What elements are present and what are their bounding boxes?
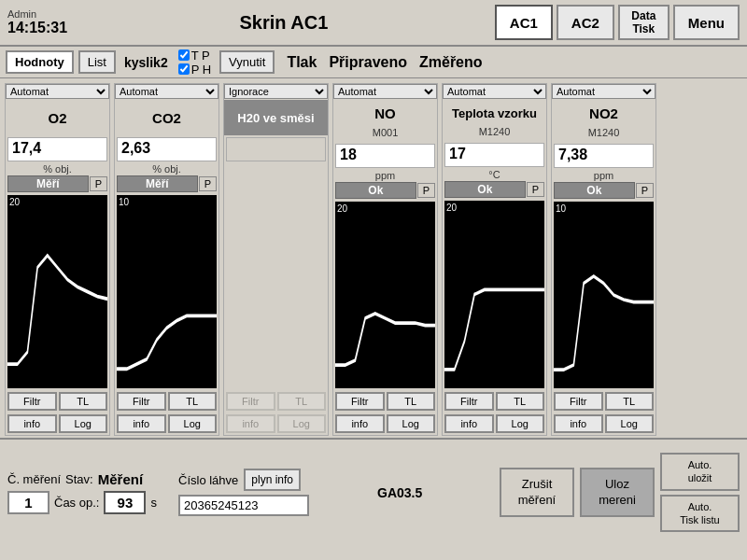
h2o-select[interactable]: Ignorace <box>224 84 328 99</box>
zrusit-button[interactable]: Zrušit měření <box>500 468 574 518</box>
o2-unit: % obj. <box>6 163 109 175</box>
o2-value: 17,4 <box>7 137 107 161</box>
no2-graph: 10 <box>554 202 654 388</box>
co2-select[interactable]: Automat <box>115 84 218 99</box>
h2o-name: H20 ve směsi <box>224 100 328 135</box>
check-tp[interactable] <box>178 49 190 61</box>
casop-label: Čas op.: <box>54 496 99 510</box>
check-ph[interactable] <box>178 63 190 75</box>
no-filtr-button[interactable]: Filtr <box>335 392 385 411</box>
no2-info-button[interactable]: info <box>554 414 603 433</box>
datatisk-button[interactable]: Data Tisk <box>618 5 669 40</box>
co2-graph: 10 <box>117 195 217 388</box>
no-status: Ok <box>335 182 416 199</box>
teplota-p-button[interactable]: P <box>527 182 544 197</box>
checkboxes: T P P H <box>178 49 211 77</box>
clock: 14:15:31 <box>7 20 73 36</box>
no-model: M001 <box>333 127 437 142</box>
teplota-select[interactable]: Automat <box>443 84 546 99</box>
no2-name: NO2 <box>552 100 655 127</box>
no2-filtr-button[interactable]: Filtr <box>554 392 603 411</box>
no-name: NO <box>333 100 437 127</box>
admin-label: Admin <box>7 8 73 20</box>
auto-ulozit-button[interactable]: Auto. uložit <box>660 453 740 491</box>
casop-input[interactable] <box>104 491 146 514</box>
no2-model: M1240 <box>552 127 655 142</box>
co2-unit: % obj. <box>115 163 218 175</box>
teplota-value: 17 <box>444 143 544 167</box>
co2-info-button[interactable]: info <box>117 414 166 433</box>
no-log-button[interactable]: Log <box>387 414 436 433</box>
stav-label: Stav: <box>65 472 93 486</box>
no2-value: 7,38 <box>554 144 654 168</box>
profile-name: kyslik2 <box>124 55 168 70</box>
channel-co2: Automat CO2 2,63 % obj. Měří P 10 Filtr … <box>114 83 219 436</box>
o2-status: Měří <box>7 175 89 192</box>
plyn-info-button[interactable]: plyn info <box>244 469 301 491</box>
no-p-button[interactable]: P <box>417 183 435 198</box>
no-select[interactable]: Automat <box>333 84 437 99</box>
co2-status: Měří <box>117 175 198 192</box>
no-unit: ppm <box>333 170 437 181</box>
teplota-graph: 20 <box>444 201 544 388</box>
zmereno-label: Změřeno <box>419 54 483 71</box>
teplota-log-button[interactable]: Log <box>496 414 545 433</box>
teplota-name: Teplota vzorku <box>443 100 546 126</box>
ga-label: GA03.5 <box>377 485 422 500</box>
pripraveno-label: Připraveno <box>329 54 407 71</box>
teplota-info-button[interactable]: info <box>444 414 494 433</box>
teplota-model: M1240 <box>443 126 546 141</box>
co2-tl-button[interactable]: TL <box>168 392 218 411</box>
uloz-button[interactable]: Uloz mereni <box>580 468 655 518</box>
o2-info-button[interactable]: info <box>7 414 57 433</box>
no2-log-button[interactable]: Log <box>605 414 655 433</box>
no-info-button[interactable]: info <box>335 414 385 433</box>
o2-name: O2 <box>6 100 109 135</box>
stav-value: Měření <box>98 471 143 487</box>
tab-hodnoty[interactable]: Hodnoty <box>6 50 74 74</box>
no-tl-button[interactable]: TL <box>387 392 436 411</box>
co2-log-button[interactable]: Log <box>168 414 218 433</box>
channel-h2o: Ignorace H20 ve směsi Filtr TL info Log <box>223 83 329 436</box>
channel-o2: Automat O2 17,4 % obj. Měří P 20 Filtr T… <box>5 83 110 436</box>
o2-log-button[interactable]: Log <box>59 414 108 433</box>
channel-teplota: Automat Teplota vzorku M1240 17 °C Ok P … <box>442 83 547 436</box>
teplota-tl-button[interactable]: TL <box>496 392 545 411</box>
co2-value: 2,63 <box>117 137 217 161</box>
channel-no: Automat NO M001 18 ppm Ok P 20 Filtr TL … <box>332 83 438 436</box>
no-graph: 20 <box>335 202 435 388</box>
no2-p-button[interactable]: P <box>636 183 654 198</box>
s-label: s <box>150 496 157 510</box>
o2-filtr-button[interactable]: Filtr <box>7 392 57 411</box>
menu-button[interactable]: Menu <box>673 5 740 40</box>
vynutit-button[interactable]: Vynutit <box>219 50 275 74</box>
co2-name: CO2 <box>115 100 218 135</box>
ac1-button[interactable]: AC1 <box>495 5 553 40</box>
no2-select[interactable]: Automat <box>552 84 655 99</box>
ac2-button[interactable]: AC2 <box>557 5 614 40</box>
no2-tl-button[interactable]: TL <box>605 392 655 411</box>
tlak-label: Tlak <box>287 54 317 71</box>
cislo-lahve-label: Číslo láhve <box>178 473 238 487</box>
no2-unit: ppm <box>552 170 655 181</box>
auto-tisk-button[interactable]: Auto. Tisk listu <box>660 495 740 533</box>
tab-list[interactable]: List <box>78 50 116 74</box>
teplota-filtr-button[interactable]: Filtr <box>444 392 494 411</box>
mereni-input[interactable] <box>7 491 49 514</box>
h2o-value <box>226 137 326 161</box>
check-ph-label: P H <box>191 63 211 77</box>
co2-p-button[interactable]: P <box>199 176 217 191</box>
admin-info: Admin 14:15:31 <box>7 8 73 36</box>
page-title: Skrin AC1 <box>80 12 487 34</box>
o2-select[interactable]: Automat <box>6 84 109 99</box>
check-tp-label: T P <box>191 49 210 63</box>
h2o-graph <box>226 197 326 388</box>
co2-filtr-button[interactable]: Filtr <box>117 392 166 411</box>
no2-status: Ok <box>554 182 635 199</box>
cislo-lahve-input[interactable] <box>178 495 309 516</box>
o2-tl-button[interactable]: TL <box>59 392 108 411</box>
teplota-status: Ok <box>444 181 526 198</box>
channel-no2: Automat NO2 M1240 7,38 ppm Ok P 10 Filtr… <box>551 83 656 436</box>
o2-p-button[interactable]: P <box>90 176 107 191</box>
o2-graph: 20 <box>7 195 107 388</box>
